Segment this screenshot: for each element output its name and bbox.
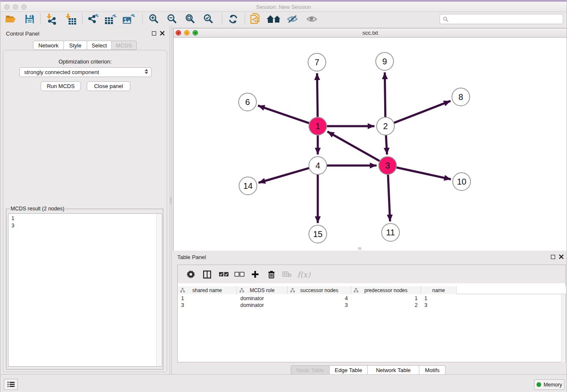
show-panel-button[interactable]	[304, 13, 320, 25]
close-panel-button[interactable]: Close panel	[87, 81, 130, 91]
checked-boxes-icon	[219, 272, 229, 277]
column-header-predecessor_nodes[interactable]: predecessor nodes	[351, 286, 421, 294]
memory-label: Memory	[544, 382, 562, 388]
cell-mcds_role[interactable]: dominator	[237, 302, 288, 309]
tab-mcds[interactable]: MCDS	[112, 41, 137, 50]
tab-select[interactable]: Select	[87, 41, 112, 50]
graph-edge-2-8[interactable]	[394, 101, 451, 123]
mcds-result-scrollbar[interactable]	[156, 214, 161, 366]
select-all-button[interactable]	[217, 268, 231, 281]
delete-table-icon	[282, 271, 292, 277]
export-image-button[interactable]	[121, 13, 137, 25]
save-icon	[25, 14, 35, 24]
graph-edge-3-10[interactable]	[396, 167, 451, 179]
graph-edge-1-6[interactable]	[258, 105, 310, 123]
cell-predecessor_nodes[interactable]: 2	[351, 302, 421, 309]
tab-motifs[interactable]: Motifs	[419, 365, 446, 375]
function-builder-button[interactable]: f(x)	[295, 268, 312, 281]
cell-successor_nodes[interactable]: 3	[288, 302, 351, 309]
delete-column-button[interactable]	[264, 268, 278, 281]
home-button[interactable]	[265, 13, 283, 25]
table-header-row: shared nameMCDS rolesuccessor nodesprede…	[178, 286, 566, 294]
cell-predecessor_nodes[interactable]: 1	[351, 295, 421, 302]
memory-button[interactable]: Memory	[534, 379, 564, 390]
cell-shared_name[interactable]: 1	[178, 295, 237, 302]
columns-icon	[203, 271, 211, 279]
export-table-button[interactable]	[103, 13, 119, 25]
column-label: MCDS role	[250, 287, 275, 293]
network-file-button[interactable]	[247, 13, 263, 25]
zoom-out-button[interactable]	[164, 13, 180, 25]
search-icon	[443, 17, 449, 22]
delete-table-button[interactable]	[280, 268, 294, 281]
table-row[interactable]: 3dominator323	[178, 302, 566, 309]
network-canvas[interactable]: 1234678910111415	[173, 38, 567, 251]
graph-edge-1-7[interactable]	[317, 73, 317, 117]
cell-mcds_role[interactable]: dominator	[237, 295, 288, 302]
network-window-titlebar[interactable]: × − + scc.txt	[173, 28, 567, 38]
graph-node-label-14: 14	[243, 181, 253, 190]
tab-edge-table[interactable]: Edge Table	[330, 365, 368, 375]
column-header-name[interactable]: name	[421, 286, 457, 294]
tab-style[interactable]: Style	[64, 41, 87, 50]
float-panel-icon[interactable]	[551, 255, 555, 259]
memory-status-icon	[537, 382, 541, 387]
search-input[interactable]	[451, 16, 563, 22]
float-panel-icon[interactable]	[152, 31, 156, 36]
graph-node-label-8: 8	[458, 92, 463, 102]
network-window-title: scc.txt	[173, 30, 567, 36]
zoom-fit-button[interactable]	[182, 13, 198, 25]
cell-name[interactable]: 3	[421, 302, 457, 309]
close-panel-icon[interactable]	[160, 31, 165, 36]
table-settings-button[interactable]	[184, 268, 198, 281]
splitter-grip[interactable]	[170, 197, 171, 204]
graph-edge-2-3[interactable]	[386, 135, 387, 155]
graph-edge-4-14[interactable]	[259, 168, 309, 183]
tab-node-table[interactable]: Node Table	[291, 365, 330, 375]
graph-edge-3-1[interactable]	[328, 132, 380, 161]
column-header-shared_name[interactable]: shared name	[178, 286, 237, 294]
apply-layout-button[interactable]	[225, 13, 241, 25]
toolbar-separator	[82, 14, 83, 25]
close-panel-icon[interactable]	[559, 254, 564, 259]
unchecked-boxes-icon	[234, 272, 245, 277]
titlebar: Session: New Session	[0, 2, 567, 12]
table-scrollbar[interactable]	[561, 295, 565, 362]
create-column-button[interactable]	[248, 268, 262, 281]
plus-icon	[251, 271, 259, 278]
main-toolbar	[0, 12, 567, 26]
search-box[interactable]	[440, 14, 563, 24]
graph-edge-2-9[interactable]	[385, 72, 385, 117]
graph-node-label-11: 11	[386, 228, 395, 237]
graph-edge-3-11[interactable]	[388, 174, 390, 221]
cell-shared_name[interactable]: 3	[178, 302, 237, 309]
zoom-selected-button[interactable]	[201, 13, 217, 25]
cell-successor_nodes[interactable]: 4	[288, 295, 351, 302]
task-history-button[interactable]	[4, 379, 18, 390]
import-network-button[interactable]	[44, 13, 60, 25]
tab-network-table[interactable]: Network Table	[368, 365, 419, 375]
mcds-result-text[interactable]: 1 3	[8, 213, 162, 367]
show-columns-button[interactable]	[200, 268, 214, 281]
deselect-all-button[interactable]	[232, 268, 247, 281]
import-table-button[interactable]	[63, 13, 79, 25]
open-file-button[interactable]	[3, 13, 19, 25]
column-header-successor_nodes[interactable]: successor nodes	[288, 286, 351, 294]
hide-panel-button[interactable]	[284, 13, 300, 25]
tree-icon	[180, 288, 185, 293]
column-label: shared name	[192, 287, 222, 293]
table-row[interactable]: 1dominator411	[178, 295, 566, 302]
export-network-button[interactable]	[85, 13, 101, 25]
column-header-mcds_role[interactable]: MCDS role	[237, 286, 288, 294]
save-session-button[interactable]	[22, 13, 38, 25]
tree-icon	[354, 288, 358, 293]
criterion-select[interactable]: strongly connected component	[19, 67, 151, 77]
graph-node-label-1: 1	[315, 121, 320, 131]
graph-node-label-9: 9	[382, 57, 387, 66]
zoom-in-button[interactable]	[146, 13, 162, 25]
tab-network[interactable]: Network	[33, 41, 64, 50]
run-mcds-button[interactable]: Run MCDS	[41, 81, 81, 91]
column-label: successor nodes	[300, 287, 338, 293]
cell-name[interactable]: 1	[421, 295, 457, 302]
graph-node-label-10: 10	[457, 177, 466, 186]
